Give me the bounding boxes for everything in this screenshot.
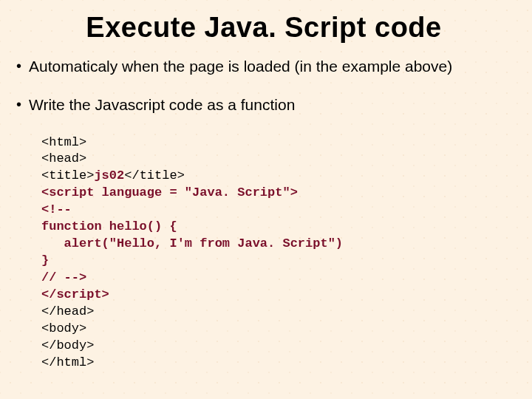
code-line: <title>js02</title> xyxy=(41,168,185,183)
code-keyword: function hello() { xyxy=(41,219,177,233)
slide-title: Execute Java. Script code xyxy=(16,12,511,44)
bullet-item: • Write the Javascript code as a functio… xyxy=(16,95,511,115)
bullet-item: • Automaticaly when the page is loaded (… xyxy=(16,57,511,76)
code-line: <html> xyxy=(41,135,86,149)
code-keyword: <script language = "Java. Script"> xyxy=(41,185,298,200)
code-keyword: } xyxy=(41,253,49,267)
code-line: </html> xyxy=(41,355,94,369)
bullet-text: Write the Javascript code as a function xyxy=(29,95,295,115)
bullet-dot-icon: • xyxy=(16,95,21,113)
code-line: <head> xyxy=(41,151,86,166)
code-keyword: alert("Hello, I'm from Java. Script") xyxy=(41,236,343,250)
code-keyword: // --> xyxy=(41,270,86,284)
code-line: </head> xyxy=(41,304,94,318)
slide: Execute Java. Script code • Automaticaly… xyxy=(0,0,532,399)
code-block: <html> <head> <title>js02</title> <scrip… xyxy=(41,134,511,372)
code-keyword: <!-- xyxy=(41,202,72,216)
code-line: <body> xyxy=(41,321,86,335)
code-line: </body> xyxy=(41,338,94,352)
bullet-dot-icon: • xyxy=(16,57,21,75)
code-keyword: js02 xyxy=(94,168,124,183)
bullet-text: Automaticaly when the page is loaded (in… xyxy=(29,57,452,76)
code-keyword: </script> xyxy=(41,287,109,301)
